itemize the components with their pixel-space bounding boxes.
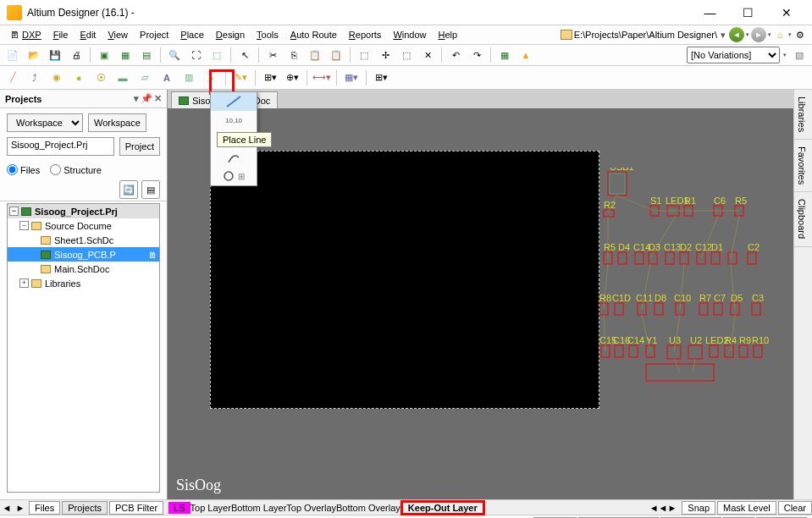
- workspace-button[interactable]: Workspace: [88, 113, 146, 132]
- home-icon[interactable]: ⌂: [773, 28, 787, 41]
- place-arc-item[interactable]: [211, 148, 257, 167]
- paste-icon[interactable]: 📋: [306, 46, 324, 64]
- layer-nav-icon[interactable]: ◄◄►: [646, 503, 681, 513]
- fill-icon[interactable]: ▬: [113, 69, 132, 87]
- pads-icon[interactable]: ⦿: [91, 69, 110, 87]
- copy-icon[interactable]: ⎘: [284, 46, 303, 64]
- tree-root[interactable]: −Sisoog_Project.Prj: [8, 204, 159, 218]
- clear-button[interactable]: Clear: [778, 501, 812, 515]
- region-icon[interactable]: ▥: [180, 69, 198, 87]
- route2-icon[interactable]: ⤴: [25, 69, 44, 87]
- tree-sheet1[interactable]: Sheet1.SchDc: [8, 233, 159, 247]
- new-icon[interactable]: 📄: [3, 46, 22, 64]
- dim-icon[interactable]: ⊞▾: [261, 69, 279, 87]
- grid-icon[interactable]: ⊞▾: [372, 69, 390, 87]
- menu-edit[interactable]: Edit: [75, 28, 101, 41]
- zoom-sel-icon[interactable]: ⬚: [207, 46, 226, 64]
- save-icon[interactable]: 💾: [46, 46, 64, 64]
- layer-ls[interactable]: LS: [168, 502, 190, 514]
- deselect-icon[interactable]: ⬚: [397, 46, 416, 64]
- tree-pcb[interactable]: Sisoog_PCB.P🗎: [8, 247, 159, 262]
- chip-icon[interactable]: ▣: [95, 46, 113, 64]
- cursor-icon[interactable]: ↖: [235, 46, 254, 64]
- tree-libraries[interactable]: +Libraries: [8, 276, 159, 290]
- clear-icon[interactable]: ✕: [418, 46, 437, 64]
- place-circle-item[interactable]: ⊞: [211, 167, 257, 185]
- panel-clipboard[interactable]: Clipboard: [794, 192, 812, 246]
- browse-icon[interactable]: ▦: [495, 46, 514, 64]
- radio-files[interactable]: Files: [7, 164, 40, 175]
- menu-design[interactable]: Design: [211, 28, 250, 41]
- via-icon[interactable]: ◉: [47, 69, 66, 87]
- svg-text:C12: C12: [695, 242, 712, 252]
- project-button[interactable]: Project: [119, 137, 160, 156]
- menu-window[interactable]: Window: [388, 28, 431, 41]
- settings-icon[interactable]: ⚙: [793, 28, 807, 41]
- route-icon[interactable]: ╱: [3, 69, 22, 87]
- layer-bottom[interactable]: Bottom Layer: [231, 503, 286, 513]
- zoom-fit-icon[interactable]: ⛶: [186, 46, 205, 64]
- filter-icon[interactable]: ▤: [141, 180, 160, 199]
- snap-button[interactable]: Snap: [682, 501, 715, 515]
- panel-pin-icon[interactable]: 📌: [141, 93, 152, 104]
- nav-back-button[interactable]: ◄: [729, 27, 744, 42]
- menu-help[interactable]: Help: [434, 28, 463, 41]
- scroll-right-icon[interactable]: ►: [14, 501, 27, 515]
- pad-icon[interactable]: ●: [69, 69, 88, 87]
- menu-dxp[interactable]: 🖹 DXP: [5, 28, 47, 41]
- nav-fwd-button[interactable]: ►: [751, 27, 766, 42]
- panel-menu-icon[interactable]: ▾: [134, 93, 139, 104]
- menu-autoroute[interactable]: Auto Route: [285, 28, 342, 41]
- open-icon[interactable]: 📂: [25, 46, 43, 64]
- place-coord-item[interactable]: 10,10: [211, 111, 257, 130]
- coord-icon[interactable]: ⊕▾: [283, 69, 301, 87]
- tab-pcbfilter[interactable]: PCB Filter: [109, 501, 163, 515]
- layer-keepout[interactable]: Keep-Out Layer: [400, 500, 485, 515]
- menu-project[interactable]: Project: [135, 28, 174, 41]
- scroll-left-icon[interactable]: ◄: [0, 501, 14, 515]
- menu-file[interactable]: File: [48, 28, 74, 41]
- tree-main[interactable]: Main.SchDoc: [8, 262, 159, 276]
- place-line-item[interactable]: [211, 92, 257, 111]
- close-button[interactable]: ✕: [767, 1, 805, 25]
- print-icon[interactable]: 🖨: [67, 46, 86, 64]
- tree-source[interactable]: −Source Docume: [8, 218, 159, 233]
- panel-favorites[interactable]: Favorites: [794, 140, 812, 192]
- workspace-select[interactable]: Workspace1.D: [7, 113, 83, 132]
- layer-top-overlay[interactable]: Top Overlay: [286, 503, 336, 513]
- move-icon[interactable]: ✢: [376, 46, 395, 64]
- undo-icon[interactable]: ↶: [446, 46, 465, 64]
- dimension-icon[interactable]: ⟷▾: [312, 69, 331, 87]
- comp-icon[interactable]: ▫: [202, 69, 220, 87]
- redo-icon[interactable]: ↷: [467, 46, 486, 64]
- menu-view[interactable]: View: [102, 28, 133, 41]
- altium-icon[interactable]: ▲: [516, 46, 535, 64]
- variations-icon[interactable]: ▧: [790, 46, 809, 64]
- menu-reports[interactable]: Reports: [344, 28, 387, 41]
- radio-structure[interactable]: Structure: [50, 164, 102, 175]
- array-icon[interactable]: ▦▾: [342, 69, 361, 87]
- refresh-icon[interactable]: 🔄: [119, 180, 138, 199]
- polygon-icon[interactable]: ▱: [135, 69, 154, 87]
- tab-projects[interactable]: Projects: [62, 501, 108, 515]
- zoom-area-icon[interactable]: 🔍: [165, 46, 184, 64]
- layers-icon[interactable]: ▤: [137, 46, 156, 64]
- minimize-button[interactable]: —: [691, 1, 729, 25]
- mask-button[interactable]: Mask Level: [717, 501, 776, 515]
- layer-top[interactable]: Top Layer: [191, 503, 231, 513]
- pcb-canvas[interactable]: USB1R2S1LED1R1C6R5 R5D4C14D3C13D2C12D1C2…: [168, 108, 793, 499]
- panel-libraries[interactable]: Libraries: [794, 90, 812, 140]
- text-icon[interactable]: A: [157, 69, 176, 87]
- tab-files[interactable]: Files: [29, 501, 60, 515]
- menu-tools[interactable]: Tools: [251, 28, 284, 41]
- maximize-button[interactable]: ☐: [729, 1, 767, 25]
- paste-special-icon[interactable]: 📋: [327, 46, 345, 64]
- select-rect-icon[interactable]: ⬚: [355, 46, 373, 64]
- layer-bottom-overlay[interactable]: Bottom Overlay: [336, 503, 400, 513]
- menu-place[interactable]: Place: [175, 28, 209, 41]
- variations-select[interactable]: [No Variations]: [687, 47, 780, 63]
- panel-close-icon[interactable]: ✕: [154, 93, 162, 104]
- line-dropdown[interactable]: ✎▾: [231, 69, 250, 87]
- cut-icon[interactable]: ✂: [263, 46, 282, 64]
- board-icon[interactable]: ▦: [116, 46, 135, 64]
